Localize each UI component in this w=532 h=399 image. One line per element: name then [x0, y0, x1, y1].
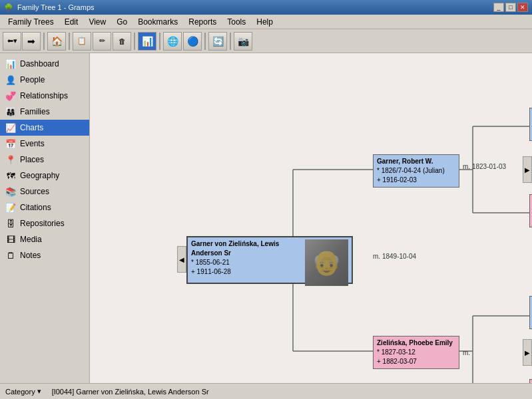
menu-edit[interactable]: Edit — [59, 16, 84, 28]
toolbar-separator-3 — [134, 33, 135, 50]
toolbar-home-button[interactable]: 🏠 — [47, 32, 66, 51]
toolbar-back-button[interactable]: ⬅▾ — [3, 32, 21, 51]
menu-bookmarks[interactable]: Bookmarks — [133, 16, 183, 28]
toolbar-forward-button[interactable]: ➡ — [22, 32, 41, 51]
sidebar-label-relationships: Relationships — [20, 91, 68, 100]
sidebar-item-relationships[interactable]: 💞 Relationships — [0, 88, 89, 104]
toolbar-gramplet-button[interactable]: 🔵 — [183, 32, 202, 51]
sidebar-item-sources[interactable]: 📚 Sources — [0, 184, 89, 200]
sidebar-label-sources: Sources — [20, 187, 49, 196]
menu-familytrees[interactable]: Family Trees — [3, 16, 59, 28]
sidebar-label-notes: Notes — [20, 251, 41, 260]
sidebar-item-citations[interactable]: 📝 Citations — [0, 200, 89, 215]
chart-container: Garner von Zielińska, Lewis Anderson Sr … — [90, 53, 532, 383]
menu-reports[interactable]: Reports — [183, 16, 222, 28]
sidebar-label-people: People — [20, 75, 45, 84]
app-icon: 🌳 — [4, 3, 13, 12]
toolbar-separator-6 — [230, 33, 231, 50]
person-box-mother[interactable]: Zielińska, Phoebe Emily * 1827-03-12 + 1… — [373, 336, 459, 369]
scroll-left-button[interactable]: ◀ — [177, 246, 186, 273]
places-icon: 📍 — [5, 154, 16, 165]
person-box-pat-grandmother[interactable]: Edwards, Lucy * 1799-01-17 + 1879-04-02 — [529, 194, 532, 227]
mother-name: Zielińska, Phoebe Emily — [377, 338, 455, 348]
sidebar-label-families: Families — [20, 107, 50, 116]
sidebar-label-media: Media — [20, 235, 42, 244]
minimize-button[interactable]: _ — [493, 3, 504, 12]
sidebar-item-notes[interactable]: 🗒 Notes — [0, 247, 89, 263]
mother-birth: * 1827-03-12 — [377, 348, 455, 357]
main-person-text: Garner von Zielińska, Lewis Anderson Sr … — [191, 239, 305, 281]
title-bar: 🌳 Family Tree 1 - Gramps _ □ ✕ — [0, 0, 532, 15]
toolbar-separator-5 — [204, 33, 206, 50]
menu-view[interactable]: View — [83, 16, 111, 28]
media-icon: 🎞 — [5, 234, 16, 245]
marriage-label-mother-parents: m. — [463, 349, 470, 356]
toolbar-separator-4 — [159, 33, 160, 50]
toolbar-chart-button[interactable]: 📊 — [138, 32, 156, 51]
window-controls[interactable]: _ □ ✕ — [493, 3, 528, 12]
category-button[interactable]: Category ▾ — [5, 387, 41, 396]
app-title: Family Tree 1 - Gramps — [17, 3, 95, 11]
father-name: Garner, Robert W. — [377, 157, 455, 166]
families-icon: 👨‍👩‍👧 — [5, 106, 16, 117]
category-dropdown-icon[interactable]: ▾ — [37, 387, 41, 396]
sidebar-label-repositories: Repositories — [20, 219, 65, 228]
toolbar-media-button[interactable]: 📷 — [234, 32, 252, 51]
toolbar-separator-1 — [43, 33, 45, 50]
main-person-name: Garner von Zielińska, Lewis Anderson Sr — [191, 239, 305, 258]
scroll-right-button-top[interactable]: ▶ — [523, 156, 532, 183]
menu-tools[interactable]: Tools — [222, 16, 251, 28]
toolbar-add-button[interactable]: 📋 — [73, 32, 91, 51]
sidebar-item-dashboard[interactable]: 📊 Dashboard — [0, 56, 89, 72]
sidebar: 📊 Dashboard 👤 People 💞 Relationships 👨‍👩… — [0, 53, 90, 383]
sidebar-label-geography: Geography — [20, 171, 59, 180]
sidebar-item-people[interactable]: 👤 People — [0, 72, 89, 88]
toolbar-web-button[interactable]: 🌐 — [163, 32, 182, 51]
sidebar-item-families[interactable]: 👨‍👩‍👧 Families — [0, 104, 89, 120]
sidebar-label-dashboard: Dashboard — [20, 59, 59, 68]
status-bar: Category ▾ [I0044] Garner von Zielińska,… — [0, 383, 532, 399]
main-person-birth: * 1855-06-21 — [191, 258, 305, 267]
charts-icon: 📈 — [5, 122, 16, 133]
sidebar-label-citations: Citations — [20, 203, 51, 212]
menu-go[interactable]: Go — [111, 16, 133, 28]
repositories-icon: 🗄 — [5, 218, 16, 229]
sidebar-item-charts[interactable]: 📈 Charts — [0, 120, 89, 136]
marriage-label-main: m. 1849-10-04 — [373, 253, 416, 260]
person-box-father[interactable]: Garner, Robert W. * 1826/7-04-24 (Julian… — [373, 154, 459, 188]
main-person-death: + 1911-06-28 — [191, 267, 305, 277]
close-button[interactable]: ✕ — [517, 3, 528, 12]
maximize-button[interactable]: □ — [505, 3, 516, 12]
menu-help[interactable]: Help — [251, 16, 278, 28]
mother-death: + 1882-03-07 — [377, 357, 455, 366]
category-label: Category — [5, 388, 35, 396]
people-icon: 👤 — [5, 74, 16, 85]
person-box-main[interactable]: Garner von Zielińska, Lewis Anderson Sr … — [186, 236, 353, 284]
citations-icon: 📝 — [5, 202, 16, 213]
chart-content-area[interactable]: Garner von Zielińska, Lewis Anderson Sr … — [90, 53, 532, 383]
sidebar-item-events[interactable]: 📅 Events — [0, 136, 89, 152]
events-icon: 📅 — [5, 138, 16, 149]
sidebar-item-places[interactable]: 📍 Places — [0, 152, 89, 168]
toolbar-separator-2 — [69, 33, 70, 50]
scroll-right-button-bottom[interactable]: ▶ — [523, 339, 532, 366]
status-text: [I0044] Garner von Zielińska, Lewis Ande… — [52, 388, 209, 396]
person-box-pat-grandfather[interactable]: Garner, Joseph * 1792 + — [529, 108, 532, 141]
menu-bar: Family Trees Edit View Go Bookmarks Repo… — [0, 15, 532, 29]
toolbar-print-button[interactable]: 🔄 — [208, 32, 227, 51]
sidebar-label-charts: Charts — [20, 123, 43, 132]
main-layout: 📊 Dashboard 👤 People 💞 Relationships 👨‍👩… — [0, 53, 532, 383]
notes-icon: 🗒 — [5, 250, 16, 261]
person-box-mat-grandmother[interactable]: Daniels, Phoebe * + — [529, 379, 532, 383]
toolbar: ⬅▾ ➡ 🏠 📋 ✏ 🗑 📊 🌐 🔵 🔄 📷 — [0, 29, 532, 53]
sidebar-item-repositories[interactable]: 🗄 Repositories — [0, 215, 89, 231]
person-box-mat-grandfather[interactable]: Шестаков, George * about 1784-09-00 + 18… — [529, 296, 532, 329]
sidebar-item-geography[interactable]: 🗺 Geography — [0, 168, 89, 184]
sidebar-item-media[interactable]: 🎞 Media — [0, 231, 89, 247]
dashboard-icon: 📊 — [5, 59, 16, 69]
sidebar-label-events: Events — [20, 139, 45, 148]
toolbar-edit-button[interactable]: ✏ — [93, 32, 111, 51]
toolbar-delete-button[interactable]: 🗑 — [113, 32, 131, 51]
father-birth: * 1826/7-04-24 (Julian) — [377, 166, 455, 176]
main-person-photo: 👴 — [305, 239, 348, 286]
